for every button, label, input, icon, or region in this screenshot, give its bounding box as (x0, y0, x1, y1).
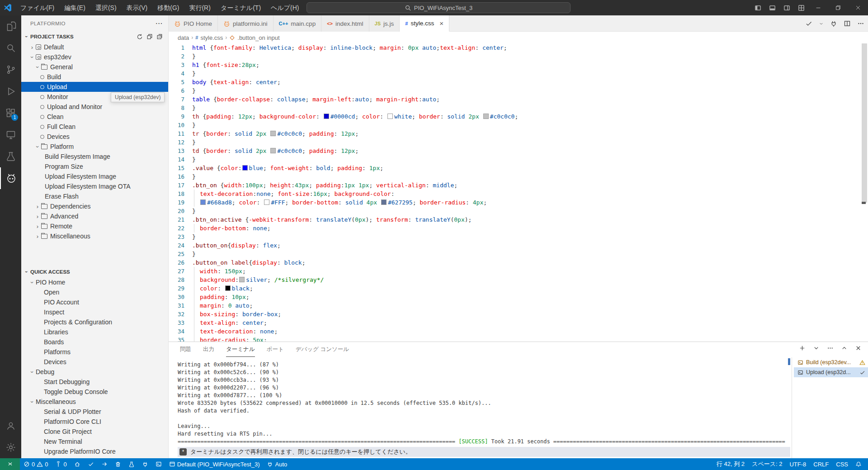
statusbar-notifications[interactable] (852, 458, 865, 470)
statusbar-pio-serial-monitor[interactable] (138, 458, 152, 470)
menu-item-1[interactable]: 編集(E) (59, 0, 90, 15)
editor-tab-platformio-ini[interactable]: platformio.ini (218, 15, 274, 32)
statusbar-eol[interactable]: CRLF (810, 458, 832, 470)
statusbar-encoding[interactable]: UTF-8 (786, 458, 810, 470)
activity-item-search[interactable] (0, 37, 21, 59)
tree-item[interactable]: Projects & Configuration (21, 317, 168, 327)
activity-item-explorer[interactable] (0, 15, 21, 37)
chevron-down-icon[interactable] (819, 21, 824, 26)
tree-item[interactable]: ›Dependencies (21, 201, 168, 211)
activity-item-source-control[interactable] (0, 59, 21, 81)
tree-item[interactable]: Build Filesystem Image (21, 152, 168, 161)
menu-item-6[interactable]: ターミナル(T) (216, 0, 266, 15)
editor-scrollbar[interactable] (862, 43, 867, 203)
panel-tab-1[interactable]: 出力 (203, 342, 214, 357)
toggle-panel-icon[interactable] (765, 0, 779, 15)
statusbar-indentation[interactable]: スペース: 2 (748, 458, 786, 470)
panel-splitter[interactable] (792, 357, 792, 458)
menu-item-3[interactable]: 表示(V) (122, 0, 153, 15)
toggle-secondary-sidebar-icon[interactable] (779, 0, 794, 15)
tree-item[interactable]: ›Miscellaneous (21, 397, 168, 407)
statusbar-pio-upload[interactable] (98, 458, 111, 470)
tree-item[interactable]: Toggle Debug Console (21, 387, 168, 397)
tree-item[interactable]: Devices (21, 357, 168, 367)
activity-item-platformio[interactable] (0, 167, 21, 189)
plug-icon[interactable] (830, 20, 837, 27)
tree-item[interactable]: Upload (21, 82, 168, 92)
statusbar-pio-serial-port[interactable]: Auto (263, 458, 291, 470)
statusbar-pio-device-count[interactable]: 0 (52, 458, 70, 470)
tree-item[interactable]: ›Miscellaneous (21, 231, 168, 241)
panel-tab-2[interactable]: ターミナル (226, 342, 255, 357)
section-header-1[interactable]: ›QUICK ACCESS (21, 266, 168, 277)
section-header-0[interactable]: ›PROJECT TASKS (21, 31, 168, 42)
breadcrumb-item[interactable]: style.css (200, 34, 223, 41)
statusbar-problems[interactable]: 00 (20, 458, 52, 470)
tree-item[interactable]: ›esp32dev (21, 52, 168, 62)
editor-tab-style-css[interactable]: #style.css× (400, 15, 449, 32)
plus-icon[interactable] (799, 345, 806, 351)
activity-item-run-debug[interactable] (0, 81, 21, 102)
remote-indicator[interactable] (0, 458, 20, 470)
tree-item[interactable]: Serial & UDP Plotter (21, 407, 168, 417)
tree-item[interactable]: Clean (21, 112, 168, 122)
ellipsis-icon[interactable] (827, 345, 834, 351)
refresh-icon[interactable] (137, 33, 143, 40)
terminal-output[interactable]: Writing at 0x000bf794... (87 %)Writing a… (178, 361, 790, 458)
tree-item[interactable]: Inspect (21, 307, 168, 317)
tree-item[interactable]: Devices (21, 132, 168, 142)
collapse-all-icon[interactable] (156, 33, 163, 40)
panel-tab-0[interactable]: 問題 (180, 342, 191, 357)
toggle-sidebar-icon[interactable] (750, 0, 765, 15)
tree-item[interactable]: Full Clean (21, 122, 168, 132)
statusbar-pio-home[interactable] (71, 458, 84, 470)
tree-item[interactable]: ›PIO Home (21, 277, 168, 287)
panel-tab-4[interactable]: デバッグ コンソール (296, 342, 349, 357)
menu-item-2[interactable]: 選択(S) (90, 0, 122, 15)
statusbar-language-mode[interactable]: CSS (832, 458, 852, 470)
close-tab-icon[interactable]: × (439, 19, 443, 27)
tree-item[interactable]: Upload Filesystem Image (21, 171, 168, 181)
chevron-up-icon[interactable] (841, 345, 848, 351)
statusbar-cursor-position[interactable]: 行 42, 列 2 (713, 458, 748, 470)
restore-button[interactable] (828, 0, 848, 15)
terminal-list-item[interactable]: Upload (esp32d... (794, 367, 868, 377)
check-icon[interactable] (805, 20, 812, 27)
command-center-search[interactable]: PIO_WiFiAsyncTest_3 (307, 2, 571, 13)
menu-item-7[interactable]: ヘルプ(H) (266, 0, 304, 15)
tree-item[interactable]: Upload and Monitor (21, 102, 168, 112)
statusbar-pio-new-terminal[interactable] (152, 458, 165, 470)
tree-item[interactable]: Program Size (21, 161, 168, 171)
tree-item[interactable]: New Terminal (21, 437, 168, 446)
editor-tab-js-js[interactable]: JSjs.js (369, 15, 400, 32)
close-icon[interactable] (855, 345, 862, 351)
split-editor-icon[interactable] (844, 20, 851, 27)
tree-item[interactable]: Erase Flash (21, 191, 168, 201)
breadcrumb[interactable]: data›#style.css›.button_on input (169, 32, 868, 43)
ellipsis-icon[interactable] (857, 20, 864, 27)
tree-item[interactable]: ›Remote (21, 221, 168, 231)
tree-item[interactable]: Libraries (21, 327, 168, 337)
activity-item-extensions[interactable]: 1 (0, 102, 21, 124)
statusbar-pio-env[interactable]: Default (PIO_WiFiAsyncTest_3) (165, 458, 264, 470)
activity-item-settings[interactable] (0, 437, 21, 458)
menu-item-4[interactable]: 移動(G) (152, 0, 184, 15)
menu-item-0[interactable]: ファイル(F) (15, 0, 59, 15)
tree-item[interactable]: ›Platform (21, 142, 168, 152)
tree-item[interactable]: ›Default (21, 42, 168, 52)
close-window-button[interactable] (848, 0, 868, 15)
menu-item-5[interactable]: 実行(R) (184, 0, 215, 15)
chevron-down-icon[interactable] (813, 345, 820, 351)
activity-item-account[interactable] (0, 415, 21, 437)
group-icon[interactable] (146, 33, 153, 40)
editor-tab-index-html[interactable]: <>index.html (321, 15, 369, 32)
sidebar-more-actions-icon[interactable]: ⋯ (156, 19, 163, 28)
minimize-button[interactable] (808, 0, 828, 15)
tree-item[interactable]: Clone Git Project (21, 427, 168, 437)
terminal-list-item[interactable]: Build (esp32dev... (794, 357, 868, 367)
tree-item[interactable]: PIO Account (21, 297, 168, 307)
tree-item[interactable]: Upload Filesystem Image OTA (21, 181, 168, 191)
tree-item[interactable]: Open (21, 287, 168, 297)
customize-layout-icon[interactable] (794, 0, 808, 15)
editor-tab-pio-home[interactable]: PIO Home (169, 15, 218, 32)
